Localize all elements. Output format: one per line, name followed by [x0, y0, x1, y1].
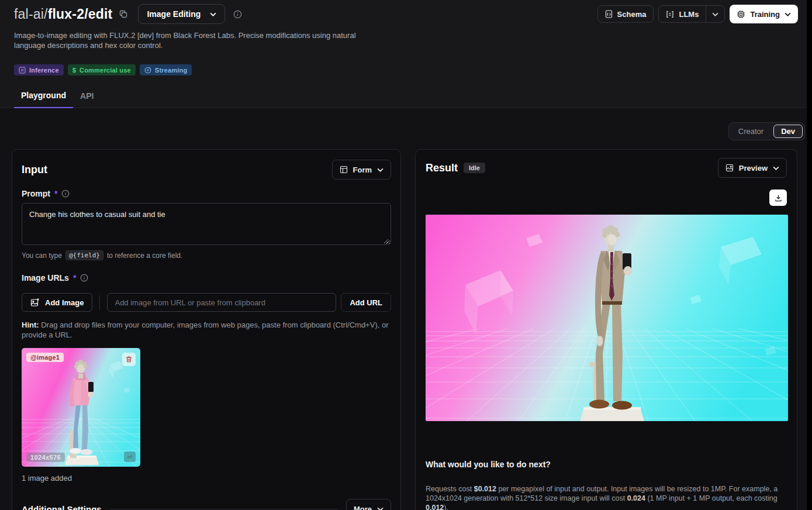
image-plus-icon: [30, 298, 40, 307]
prompt-hint: You can type @{field} to reference a cor…: [22, 250, 391, 260]
additional-settings-title: Additional Settings: [22, 504, 102, 510]
prompt-field-wrap: Change his clothes to casual suit and ti…: [22, 203, 391, 247]
badges-row: Inference $ Commercial use Streaming: [0, 64, 812, 75]
hint-text: Drag and drop files from your computer, …: [22, 321, 389, 339]
form-layout-icon: [340, 166, 348, 174]
badge-label: Commercial use: [80, 67, 131, 74]
field-reference-chip: @{field}: [65, 250, 103, 260]
chevron-down-icon: [377, 168, 383, 172]
tab-playground[interactable]: Playground: [14, 87, 73, 108]
tab-api[interactable]: API: [73, 87, 101, 108]
page-title: fal-ai/flux-2/edit: [14, 3, 112, 25]
add-url-button[interactable]: Add URL: [341, 293, 391, 312]
add-image-label: Add Image: [45, 298, 84, 307]
result-image[interactable]: [426, 215, 788, 421]
input-image-thumbnail[interactable]: @image1 1024x576: [22, 348, 140, 467]
download-icon: [775, 194, 782, 202]
result-panel: Result Idle Preview: [415, 149, 797, 510]
divider: [110, 509, 338, 509]
chevron-down-icon: [712, 12, 718, 16]
trash-icon: [126, 356, 132, 363]
tab-bar: Playground API: [0, 87, 812, 108]
mode-row: Creator Dev: [12, 108, 812, 140]
hint-bold: Hint:: [22, 321, 39, 329]
header-actions: Schema LLMs Training: [597, 5, 798, 23]
schema-file-icon: [605, 10, 613, 18]
thumbnail-image: [22, 348, 140, 467]
category-dropdown[interactable]: Image Editing: [138, 4, 225, 24]
remove-image-button[interactable]: [122, 353, 136, 366]
badge-label: Inference: [29, 67, 59, 74]
training-label: Training: [750, 10, 780, 19]
copy-model-id-button[interactable]: [117, 8, 130, 20]
training-button[interactable]: Training: [730, 5, 798, 23]
main-content: Creator Dev Input Form Prompt* C: [0, 108, 812, 510]
input-panel: Input Form Prompt* Change his clothes to…: [12, 149, 401, 510]
title-row: fal-ai/flux-2/edit Image Editing Schema …: [0, 3, 812, 25]
image-dimensions-badge: 1024x576: [26, 453, 65, 462]
drag-drop-hint: Hint: Drag and drop files from your comp…: [22, 320, 391, 340]
llms-button[interactable]: LLMs: [659, 6, 706, 22]
chevron-down-icon: [773, 166, 779, 170]
prompt-input[interactable]: Change his clothes to casual suit and ti…: [22, 203, 391, 245]
preview-dropdown[interactable]: Preview: [718, 158, 787, 178]
add-image-button[interactable]: Add Image: [22, 293, 92, 312]
pricing-segment: (1 MP input + 1 MP output, each costing: [645, 494, 778, 502]
scrollbar-track[interactable]: [807, 0, 812, 510]
schema-label: Schema: [617, 10, 647, 19]
form-view-label: Form: [353, 166, 372, 174]
creator-mode-button[interactable]: Creator: [731, 125, 771, 138]
streaming-icon: [144, 67, 151, 74]
chevron-down-icon: [210, 12, 216, 16]
streaming-badge: Streaming: [140, 64, 192, 75]
image-urls-label: Image URLs*: [22, 273, 391, 282]
llms-dropdown-toggle[interactable]: [706, 6, 724, 22]
input-panel-header: Input Form: [22, 160, 391, 180]
more-label: More: [354, 505, 372, 510]
pricing-amount: 0.012: [426, 504, 444, 510]
category-label: Image Editing: [147, 9, 201, 19]
add-image-row: Add Image Add URL: [22, 293, 391, 312]
hint-prefix: You can type: [22, 251, 62, 260]
copy-icon: [119, 10, 127, 18]
title-main: flux-2/edit: [48, 6, 113, 22]
status-badge: Idle: [464, 163, 485, 173]
panels: Input Form Prompt* Change his clothes to…: [12, 149, 812, 510]
dev-mode-button[interactable]: Dev: [773, 125, 803, 138]
image-urls-info-icon[interactable]: [80, 274, 88, 282]
mode-toggle: Creator Dev: [728, 122, 805, 140]
form-view-dropdown[interactable]: Form: [332, 160, 392, 180]
link-icon: [127, 453, 132, 460]
prompt-label: Prompt*: [22, 189, 391, 198]
image-reference-badge: @image1: [26, 353, 64, 362]
pricing-amount: 0.024: [627, 494, 645, 502]
download-button[interactable]: [769, 189, 787, 206]
result-panel-header: Result Idle Preview: [426, 158, 787, 178]
dollar-icon: $: [72, 67, 76, 74]
badge-label: Streaming: [155, 67, 188, 74]
next-question: What would you like to do next?: [426, 460, 787, 469]
pricing-segment: Requests cost: [426, 485, 474, 493]
llms-label: LLMs: [679, 10, 699, 19]
prompt-label-text: Prompt: [22, 189, 50, 198]
image-urls-label-text: Image URLs: [22, 273, 69, 282]
hint-suffix: to reference a core field.: [107, 251, 182, 260]
chevron-down-icon: [785, 12, 791, 16]
inference-badge: Inference: [14, 64, 64, 75]
divider: [99, 295, 100, 309]
image-url-input[interactable]: [107, 293, 336, 312]
prompt-info-icon[interactable]: [61, 189, 70, 198]
input-title: Input: [22, 164, 47, 176]
preview-image-icon: [725, 164, 734, 172]
more-settings-button[interactable]: More: [346, 499, 391, 510]
commercial-use-badge: $ Commercial use: [68, 64, 136, 75]
required-mark: *: [54, 189, 57, 198]
pricing-segment: ).: [444, 504, 448, 510]
model-description: Image-to-image editing with FLUX.2 [dev]…: [0, 30, 386, 50]
schema-button[interactable]: Schema: [597, 5, 654, 23]
image-link-button[interactable]: [124, 452, 136, 462]
model-info-icon[interactable]: [233, 10, 242, 19]
result-title: Result: [426, 162, 458, 174]
llms-brackets-icon: [666, 11, 674, 18]
title-prefix: fal-ai/: [14, 6, 48, 22]
